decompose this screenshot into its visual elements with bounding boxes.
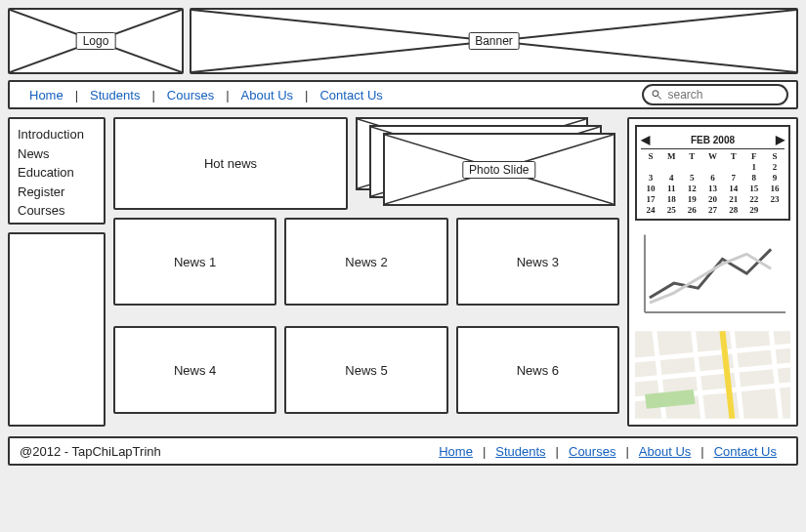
banner-label: Banner — [468, 32, 520, 50]
nav-courses[interactable]: Courses — [155, 88, 226, 102]
photo-slide[interactable]: Photo Slide — [356, 117, 619, 210]
news-card-2[interactable]: News 2 — [284, 218, 447, 306]
calendar-prev-icon[interactable]: ◀ — [641, 133, 650, 146]
calendar-month: FEB 2008 — [691, 135, 735, 145]
banner-placeholder: Banner — [190, 8, 798, 74]
sidebar-item-introduction[interactable]: Introduction — [18, 125, 96, 144]
news-card-6[interactable]: News 6 — [456, 326, 619, 414]
sidebar-item-news[interactable]: News — [18, 144, 96, 164]
search-box[interactable] — [642, 84, 788, 105]
logo-placeholder[interactable]: Logo — [8, 8, 184, 74]
search-icon — [652, 89, 661, 101]
right-sidebar: ◀ FEB 2008 ▶ S M T W T F S 12 3456789 10… — [627, 117, 798, 427]
svg-point-4 — [653, 91, 658, 97]
svg-line-5 — [658, 96, 661, 99]
calendar-widget[interactable]: ◀ FEB 2008 ▶ S M T W T F S 12 3456789 10… — [635, 125, 790, 221]
footer: @2012 - TapChiLapTrinh Home| Students| C… — [8, 436, 798, 466]
calendar-next-icon[interactable]: ▶ — [776, 133, 785, 146]
hot-news-label: Hot news — [204, 156, 257, 171]
map-widget[interactable] — [635, 331, 790, 419]
calendar-grid: S M T W T F S 12 3456789 10111213141516 … — [641, 151, 785, 215]
footer-link-students[interactable]: Students — [486, 444, 555, 459]
nav-about[interactable]: About Us — [230, 88, 305, 102]
sidebar-panel — [8, 232, 106, 427]
footer-link-courses[interactable]: Courses — [559, 444, 625, 459]
nav-contact[interactable]: Contact Us — [308, 88, 394, 102]
footer-link-about[interactable]: About Us — [629, 444, 700, 459]
footer-link-home[interactable]: Home — [429, 444, 483, 459]
news-card-1[interactable]: News 1 — [113, 218, 276, 306]
logo-label: Logo — [76, 32, 116, 50]
news-card-5[interactable]: News 5 — [284, 326, 447, 414]
hot-news-panel[interactable]: Hot news — [113, 117, 348, 210]
nav-students[interactable]: Students — [78, 88, 151, 102]
news-card-3[interactable]: News 3 — [456, 218, 619, 306]
main-nav: Home| Students| Courses| About Us| Conta… — [8, 80, 798, 109]
line-chart — [635, 228, 790, 323]
news-card-4[interactable]: News 4 — [113, 326, 276, 414]
sidebar-item-courses[interactable]: Courses — [18, 201, 96, 221]
search-input[interactable] — [667, 88, 779, 102]
footer-copyright: @2012 - TapChiLapTrinh — [20, 444, 161, 459]
sidebar-menu: Introduction News Education Register Cou… — [8, 117, 106, 225]
photo-slide-label: Photo Slide — [462, 161, 535, 179]
sidebar-item-register[interactable]: Register — [18, 183, 96, 202]
sidebar-item-education[interactable]: Education — [18, 163, 96, 183]
nav-home[interactable]: Home — [18, 88, 75, 102]
footer-link-contact[interactable]: Contact Us — [704, 444, 786, 459]
